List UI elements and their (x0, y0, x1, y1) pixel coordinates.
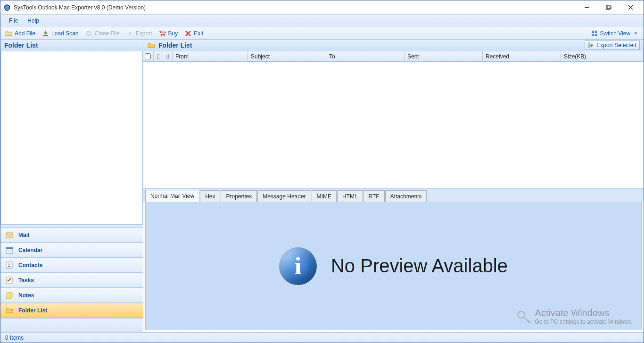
svg-rect-1 (606, 6, 610, 9)
col-subject[interactable]: Subject (248, 51, 326, 61)
key-icon (516, 310, 532, 326)
tab-html[interactable]: HTML (337, 190, 363, 202)
select-all-checkbox[interactable] (145, 53, 151, 59)
svg-rect-2 (607, 5, 611, 8)
notes-icon (5, 291, 14, 300)
close-button[interactable] (620, 1, 641, 14)
x-icon (184, 30, 192, 37)
folder-open-icon (5, 30, 13, 37)
minimize-button[interactable] (577, 1, 597, 14)
info-icon: i (279, 247, 317, 285)
nav-mini-strip (0, 318, 143, 332)
buy-button[interactable]: Buy (156, 28, 181, 39)
toolbar: Add File Load Scan Close File Export Buy… (0, 27, 644, 40)
svg-point-23 (518, 311, 525, 318)
folder-list-header: Folder List (0, 40, 143, 51)
svg-point-19 (8, 263, 10, 265)
col-to[interactable]: To (326, 51, 405, 61)
preview-area: Normal Mail View Hex Properties Message … (143, 188, 644, 332)
tab-properties[interactable]: Properties (221, 190, 257, 202)
download-arrow-icon (42, 30, 50, 37)
col-received[interactable]: Received (483, 51, 561, 61)
app-logo-icon (3, 4, 11, 11)
folder-open-icon (147, 41, 156, 49)
export-button: Export (124, 28, 155, 39)
menu-file[interactable]: File (4, 16, 23, 26)
col-attachment-icon[interactable] (163, 51, 173, 61)
svg-point-7 (161, 35, 162, 36)
close-file-button: Close File (82, 28, 122, 39)
status-items-count: 0 Items (5, 335, 24, 341)
close-circle-icon (85, 30, 92, 37)
nav-folder-list[interactable]: Folder List (0, 303, 143, 318)
no-preview-text: No Preview Available (331, 255, 508, 277)
export-arrow-icon (588, 42, 594, 49)
tab-attachments[interactable]: Attachments (385, 190, 427, 202)
menubar: File Help (0, 15, 644, 27)
svg-rect-9 (592, 31, 594, 33)
export-selected-button[interactable]: Export Selected (585, 41, 640, 50)
left-column: Folder List · · · · · Mail Calendar Cont… (0, 40, 143, 332)
nav-mail[interactable]: Mail (0, 228, 143, 243)
preview-tabstrip: Normal Mail View Hex Properties Message … (143, 188, 644, 202)
col-from[interactable]: From (173, 51, 248, 61)
play-icon (126, 30, 134, 37)
nav-contacts[interactable]: Contacts (0, 258, 143, 273)
content-title: Folder List (158, 41, 192, 49)
grid-body[interactable] (143, 62, 644, 188)
col-sent[interactable]: Sent (405, 51, 483, 61)
maximize-button[interactable] (598, 1, 619, 14)
titlebar: SysTools Outlook Mac Exporter v8.0 (Demo… (0, 0, 644, 15)
statusbar: 0 Items (0, 332, 644, 343)
svg-rect-15 (6, 247, 13, 249)
folder-icon (5, 306, 14, 315)
main-body: Folder List · · · · · Mail Calendar Cont… (0, 40, 644, 332)
nav-calendar[interactable]: Calendar (0, 243, 143, 258)
mail-icon (5, 231, 14, 239)
contacts-icon (5, 261, 14, 270)
cart-icon (158, 30, 166, 37)
chevron-down-icon: ▼ (634, 31, 638, 36)
svg-rect-21 (588, 43, 590, 48)
svg-rect-12 (595, 34, 597, 36)
tab-rtf[interactable]: RTF (363, 190, 385, 202)
tab-mime[interactable]: MIME (312, 190, 337, 202)
menu-help[interactable]: Help (23, 16, 44, 26)
svg-rect-0 (585, 7, 589, 8)
tab-message-header[interactable]: Message Header (257, 190, 311, 202)
tab-normal-mail-view[interactable]: Normal Mail View (145, 190, 199, 202)
folder-tree[interactable] (0, 51, 143, 224)
switch-view-button[interactable]: Switch View ▼ (588, 28, 641, 39)
calendar-icon (5, 246, 14, 254)
col-flag-icon[interactable] (154, 51, 163, 61)
svg-rect-13 (6, 233, 13, 237)
col-size[interactable]: Size(KB) (561, 51, 644, 61)
nav-notes[interactable]: Notes (0, 288, 143, 303)
nav-tasks[interactable]: Tasks (0, 273, 143, 288)
content-header: Folder List Export Selected (143, 40, 644, 51)
col-checkbox[interactable] (143, 51, 154, 61)
svg-rect-22 (157, 54, 160, 59)
window-title: SysTools Outlook Mac Exporter v8.0 (Demo… (14, 4, 577, 11)
svg-rect-11 (592, 34, 594, 36)
windows-activation-watermark: Activate Windows Go to PC settings to ac… (535, 308, 633, 325)
horizontal-splitter[interactable]: · · · · · (0, 224, 143, 228)
right-column: Folder List Export Selected From Subject… (143, 40, 644, 332)
tasks-icon (5, 276, 14, 285)
navigation-list: Mail Calendar Contacts Tasks Notes (0, 228, 143, 318)
exit-button[interactable]: Exit (182, 28, 206, 39)
svg-point-8 (164, 35, 165, 36)
app-window: SysTools Outlook Mac Exporter v8.0 (Demo… (0, 0, 644, 343)
svg-rect-10 (595, 31, 597, 33)
grid-view-icon (591, 30, 598, 37)
svg-rect-5 (43, 35, 48, 36)
add-file-button[interactable]: Add File (2, 28, 38, 39)
tab-hex[interactable]: Hex (200, 190, 220, 202)
window-controls (577, 1, 641, 14)
grid-header: From Subject To Sent Received Size(KB) (143, 51, 644, 62)
load-scan-button[interactable]: Load Scan (39, 28, 81, 39)
preview-body: i No Preview Available Activate Windows … (145, 202, 642, 330)
